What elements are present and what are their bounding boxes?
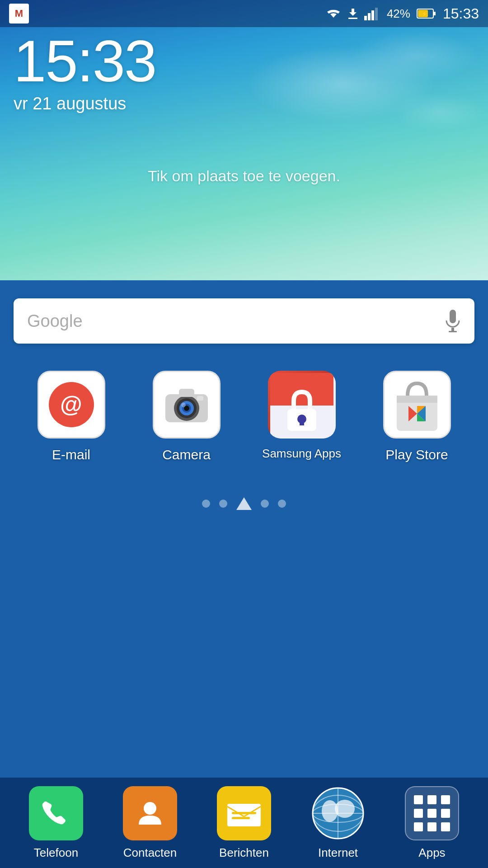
svg-point-31	[144, 802, 156, 815]
battery-percent: 42%	[387, 7, 410, 21]
apps-label: Apps	[418, 846, 445, 860]
contacts-icon	[123, 786, 177, 840]
svg-rect-8	[450, 310, 456, 323]
page-dot-2[interactable]	[219, 500, 227, 508]
phone-icon	[29, 786, 83, 840]
internet-dock-item[interactable]: Internet	[297, 786, 379, 860]
svg-rect-1	[368, 13, 371, 20]
battery-icon: ⚡	[417, 8, 436, 19]
samsung-apps-label: Samsung Apps	[262, 447, 341, 461]
svg-rect-19	[197, 396, 203, 401]
grid-dot	[414, 809, 423, 818]
grid-dot	[427, 795, 436, 804]
camera-app[interactable]: Camera	[137, 371, 236, 463]
messages-icon	[217, 786, 271, 840]
status-left: M	[9, 4, 29, 24]
svg-rect-3	[375, 8, 378, 20]
svg-text:⚡: ⚡	[421, 10, 428, 17]
contacts-dock-item[interactable]: Contacten	[109, 786, 191, 860]
svg-point-44	[335, 800, 355, 818]
page-dot-5[interactable]	[278, 500, 286, 508]
email-app[interactable]: @ E-mail	[22, 371, 121, 463]
internet-icon	[311, 786, 365, 840]
svg-rect-10	[449, 331, 457, 332]
apps-grid	[407, 788, 457, 838]
status-time: 15:33	[443, 5, 479, 22]
svg-rect-24	[300, 419, 304, 425]
google-search-placeholder[interactable]: Google	[27, 311, 83, 331]
svg-rect-18	[179, 389, 194, 397]
phone-dock-item[interactable]: Telefoon	[15, 786, 97, 860]
svg-rect-0	[364, 16, 367, 20]
grid-dot	[414, 822, 423, 831]
messages-dock-item[interactable]: Berichten	[203, 786, 285, 860]
svg-rect-9	[451, 328, 454, 331]
clock-time: 15:33	[14, 32, 156, 90]
dock: Telefoon Contacten Berichten	[0, 778, 488, 868]
svg-rect-5	[433, 12, 436, 15]
status-right: 42% ⚡ 15:33	[325, 5, 479, 22]
gmail-icon: M	[9, 4, 29, 24]
svg-rect-32	[227, 804, 261, 826]
tap-to-add[interactable]: Tik om plaats toe te voegen.	[0, 167, 488, 185]
svg-rect-36	[232, 817, 250, 819]
contacts-label: Contacten	[123, 846, 177, 860]
app-grid: @ E-mail	[0, 371, 488, 463]
grid-dot	[441, 822, 450, 831]
play-store-app[interactable]: Play Store	[367, 371, 467, 463]
camera-icon	[153, 371, 221, 439]
svg-rect-35	[232, 812, 256, 814]
clock-date: vr 21 augustus	[14, 94, 156, 113]
play-store-icon	[383, 371, 451, 439]
phone-label: Telefoon	[34, 846, 78, 860]
apps-icon	[405, 786, 459, 840]
email-icon: @	[38, 371, 105, 439]
svg-rect-2	[371, 10, 374, 20]
svg-point-17	[181, 403, 186, 407]
play-store-label: Play Store	[385, 447, 448, 463]
grid-dot	[414, 795, 423, 804]
samsung-apps-app[interactable]: Samsung Apps	[252, 371, 352, 463]
samsung-apps-icon	[268, 371, 336, 439]
mic-icon[interactable]	[445, 310, 461, 332]
status-bar: M 42% ⚡ 15:33	[0, 0, 488, 27]
apps-dock-item[interactable]: Apps	[391, 786, 473, 860]
messages-label: Berichten	[219, 846, 269, 860]
grid-dot	[441, 809, 450, 818]
signal-icon	[364, 7, 380, 20]
grid-dot	[427, 809, 436, 818]
email-label: E-mail	[52, 447, 90, 463]
email-circle: @	[49, 382, 94, 427]
grid-dot	[427, 822, 436, 831]
download-icon	[348, 7, 358, 20]
page-dot-home[interactable]	[236, 497, 252, 510]
internet-label: Internet	[318, 846, 358, 860]
page-dot-4[interactable]	[261, 500, 269, 508]
clock-area: 15:33 vr 21 augustus	[14, 32, 156, 113]
search-bar[interactable]: Google	[14, 298, 474, 344]
svg-rect-21	[270, 373, 333, 406]
search-bar-container[interactable]: Google	[14, 298, 474, 344]
svg-rect-26	[397, 396, 437, 403]
wifi-icon	[325, 7, 342, 20]
camera-label: Camera	[162, 447, 211, 463]
page-indicators	[0, 497, 488, 510]
page-dot-1[interactable]	[202, 500, 210, 508]
grid-dot	[441, 795, 450, 804]
